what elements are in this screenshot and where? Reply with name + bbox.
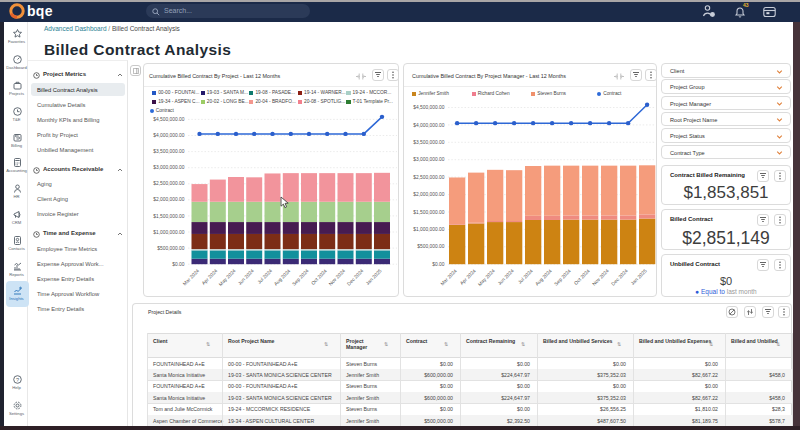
svg-text:$2,500,000.00: $2,500,000.00 xyxy=(153,181,185,186)
svg-text:Dec 2024: Dec 2024 xyxy=(610,268,629,287)
svg-text:Jan 2025: Jan 2025 xyxy=(365,268,383,286)
svg-text:$3,000,000.00: $3,000,000.00 xyxy=(413,157,445,162)
svg-text:$2,500,000.00: $2,500,000.00 xyxy=(413,175,445,180)
svg-text:Jun 2024: Jun 2024 xyxy=(237,268,255,286)
svg-text:Jul 2024: Jul 2024 xyxy=(517,268,534,285)
svg-text:Aug 2024: Aug 2024 xyxy=(534,268,553,287)
svg-text:Aug 2024: Aug 2024 xyxy=(273,268,292,287)
svg-text:$3,500,000.00: $3,500,000.00 xyxy=(153,149,185,154)
svg-text:Mar 2024: Mar 2024 xyxy=(440,268,458,286)
svg-text:$0.00: $0.00 xyxy=(172,262,185,267)
svg-text:Nov 2024: Nov 2024 xyxy=(591,268,610,287)
svg-text:$2,000,000.00: $2,000,000.00 xyxy=(413,192,445,197)
svg-text:$2,000,000.00: $2,000,000.00 xyxy=(153,197,185,202)
svg-text:$500,000.00: $500,000.00 xyxy=(157,246,184,251)
svg-text:$3,500,000.00: $3,500,000.00 xyxy=(413,140,445,145)
svg-text:$1,500,000.00: $1,500,000.00 xyxy=(413,210,445,215)
svg-text:$3,000,000.00: $3,000,000.00 xyxy=(153,165,185,170)
svg-text:$4,500,000.00: $4,500,000.00 xyxy=(413,105,445,110)
svg-text:Apr 2024: Apr 2024 xyxy=(201,268,219,286)
svg-text:Nov 2024: Nov 2024 xyxy=(328,268,347,287)
svg-text:$500,000.00: $500,000.00 xyxy=(417,244,444,249)
svg-text:May 2024: May 2024 xyxy=(218,268,237,287)
svg-text:Jan 2025: Jan 2025 xyxy=(630,268,648,286)
svg-text:Jul 2024: Jul 2024 xyxy=(257,268,274,285)
svg-text:Oct 2024: Oct 2024 xyxy=(310,268,328,286)
svg-text:$1,000,000.00: $1,000,000.00 xyxy=(413,227,445,232)
svg-text:$1,000,000.00: $1,000,000.00 xyxy=(153,230,185,235)
svg-text:Apr 2024: Apr 2024 xyxy=(459,268,477,286)
svg-text:$4,000,000.00: $4,000,000.00 xyxy=(413,123,445,128)
svg-text:Oct 2024: Oct 2024 xyxy=(573,268,591,286)
svg-text:?: ? xyxy=(16,377,19,383)
svg-text:Jun 2024: Jun 2024 xyxy=(497,268,515,286)
svg-text:Mar 2024: Mar 2024 xyxy=(182,268,200,286)
svg-text:$4,000,000.00: $4,000,000.00 xyxy=(153,133,185,138)
svg-text:May 2024: May 2024 xyxy=(477,268,496,287)
svg-text:Sep 2024: Sep 2024 xyxy=(553,268,572,287)
svg-text:$0.00: $0.00 xyxy=(432,262,445,267)
svg-text:Dec 2024: Dec 2024 xyxy=(346,268,365,287)
svg-text:$4,500,000.00: $4,500,000.00 xyxy=(153,117,185,122)
svg-text:Sep 2024: Sep 2024 xyxy=(291,268,310,287)
svg-text:$1,500,000.00: $1,500,000.00 xyxy=(153,214,185,219)
